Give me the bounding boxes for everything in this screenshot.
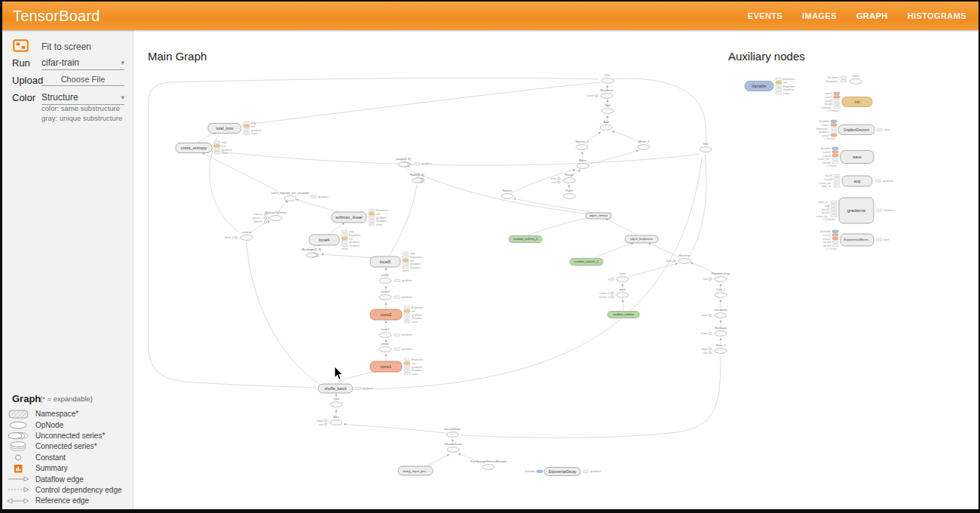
graph-node-Less[interactable]: Lessy [608, 272, 629, 281]
graph-node-Variable[interactable]: Variable [745, 81, 773, 91]
graph-node-Slice_1[interactable]: Slice_1beginsize [701, 343, 727, 355]
graph-node-GradientDescent[interactable]: GradientDescent [838, 125, 874, 135]
graph-node-Range[interactable]: Rangedeltastart [550, 173, 575, 184]
annotation-chip [834, 96, 840, 98]
graph-node-Slice[interactable]: Slicebeginsize [317, 415, 342, 426]
color-select[interactable]: Structure [41, 92, 124, 105]
annotation-label: Variable [820, 147, 831, 150]
tab-histograms[interactable]: HISTOGRAMS [908, 11, 966, 20]
graph-node-total_loss[interactable]: total_loss [208, 124, 241, 134]
annotation-label: init [410, 260, 415, 263]
opnode-icon [2, 421, 35, 429]
graph-node-Mean_1[interactable]: Mean_1 [638, 140, 650, 149]
fit-to-screen-icon[interactable] [13, 39, 29, 55]
graph-node-gradients[interactable]: gradients [839, 198, 874, 223]
graph-node-Add[interactable]: Add [600, 120, 612, 130]
graph-node-Reshape[1-3][interactable]: Reshape[1-3] [302, 247, 320, 257]
svg-text:total_loss: total_loss [216, 126, 233, 131]
graph-node-SparseToDense[interactable]: SparseToDenseindices_sparse_vdefault_ [253, 210, 287, 223]
svg-text:Cast: Cast [333, 397, 340, 401]
graph-node-ReaderRead[interactable]: ReaderRead [445, 442, 462, 452]
graph-node-cross_entropy[interactable]: cross_entropy [176, 143, 212, 153]
graph-node-random_uniform_2[interactable]: random_uniform_2 [509, 236, 542, 243]
annotation-chip [834, 103, 840, 105]
const-node-perm[interactable] [709, 314, 711, 316]
graph-node-init[interactable]: init [842, 97, 872, 107]
const-node-delta[interactable] [557, 177, 559, 180]
tab-events[interactable]: EVENTS [748, 11, 782, 20]
const-node-start[interactable] [557, 181, 559, 183]
graph-node-pool1[interactable]: pool1 [379, 342, 391, 352]
graph-node-FixedLengthRecordReader[interactable]: FixedLengthRecordReader [470, 459, 507, 469]
graph-node-transpose[interactable]: transposeperm [702, 308, 728, 318]
annotation-label: Gradien.. [783, 88, 795, 91]
svg-text:DecodeRaw: DecodeRaw [444, 427, 461, 431]
graph-node-local4[interactable]: local4 [309, 235, 339, 245]
graph-node-RandomCrop[interactable]: RandomCropsize [703, 272, 730, 281]
const-node-values_2[interactable] [611, 296, 613, 298]
graph-node-ExponentialMovin...[interactable]: ExponentialMovin... [841, 234, 874, 246]
graph-node-random_uniform[interactable]: random_uniform [608, 312, 639, 318]
legend-note: (* = expandable) [40, 395, 93, 403]
choose-file-button[interactable]: Choose File [41, 75, 124, 86]
graph-node-Cast_1[interactable]: Cast_1 [715, 287, 727, 297]
const-node-Const[interactable] [595, 94, 597, 97]
const-node-sparse_v[interactable] [264, 217, 266, 219]
annotation-label: local3 [825, 100, 832, 103]
graph-node-save[interactable]: save [841, 151, 874, 164]
tab-graph[interactable]: GRAPH [856, 11, 888, 20]
graph-node-Div[interactable]: Div [602, 73, 614, 83]
run-select[interactable]: cifar-train [41, 57, 124, 70]
graph-node-Sqrt[interactable]: Sqrt [602, 103, 614, 113]
graph-node-DecodeRaw[interactable]: DecodeRaw [444, 427, 461, 437]
graph-node-conv2[interactable]: conv2 [370, 309, 402, 320]
const-node-shape[interactable] [709, 332, 711, 334]
legend-label: Constant [35, 453, 66, 462]
graph-node-Square[interactable]: Square [501, 189, 513, 198]
graph-node-avg[interactable]: avg [842, 176, 872, 186]
graph-node-train[interactable]: train [850, 74, 862, 84]
graph-node-string_input_pro...[interactable]: string_input_pro... [398, 466, 433, 475]
graph-node-adjust_brightness[interactable]: adjust_brightness [625, 235, 658, 243]
graph-node-norm1[interactable]: norm1 [379, 327, 391, 337]
graph-node-adjust_contrast[interactable]: adjust_contrast [586, 213, 611, 219]
graph-node-pack[interactable]: packvalues_1values_2 [599, 287, 629, 299]
upload-label: Upload [12, 75, 43, 86]
graph-node-Sub[interactable]: Sub [700, 142, 712, 152]
graph-edge [321, 254, 376, 258]
const-node-size[interactable] [709, 352, 711, 354]
graph-canvas[interactable]: avginitgradientsaveavginitgradientsaveEx… [133, 29, 978, 509]
fit-to-screen-button[interactable]: Fit to screen [2, 39, 133, 54]
tab-images[interactable]: IMAGES [802, 11, 837, 20]
const-node-begin[interactable] [709, 348, 711, 350]
const-node-size[interactable] [709, 278, 711, 280]
graph-node-Reshape[interactable]: Reshapeshape [700, 326, 727, 336]
const-node-values_1[interactable] [611, 292, 613, 294]
const-node-default_[interactable] [264, 220, 266, 223]
const-node-dims[interactable] [672, 260, 675, 262]
graph-node-Rank[1-2][interactable]: Rank[1-2] [410, 173, 424, 183]
graph-node-ExponentialDecay[interactable]: ExponentialDecay [544, 468, 580, 476]
annotation-chip [832, 161, 838, 164]
graph-node-cross_entropy_per_example[interactable]: cross_entropy_per_example [271, 191, 310, 201]
graph-node-Rank[interactable]: Rank [563, 189, 575, 198]
graph-node-Cast[interactable]: Cast [330, 397, 342, 407]
graph-node-conv1[interactable]: conv1 [370, 361, 402, 372]
graph-node-shuffle_batch[interactable]: shuffle_batch [318, 384, 353, 393]
const-node-y[interactable] [611, 278, 613, 280]
graph-node-Reverse[interactable]: Reversedims [666, 253, 691, 263]
graph-node-softmax_linear[interactable]: softmax_linear [332, 212, 366, 223]
graph-node-range[1-3][interactable]: range[1-3] [396, 157, 411, 167]
graph-node-norm2[interactable]: norm2 [379, 290, 391, 300]
graph-node-pool2[interactable]: pool2 [379, 273, 391, 283]
graph-node-Maximum[interactable]: MaximumConst [587, 88, 614, 98]
app-title: TensorBoard [2, 8, 100, 25]
const-node-Rank_2[interactable] [234, 236, 237, 238]
graph-node-local3[interactable]: local3 [370, 256, 400, 267]
graph-node-random_uniform_1[interactable]: random_uniform_1 [570, 259, 603, 266]
svg-text:conv1: conv1 [381, 364, 392, 369]
graph-node-Square_1[interactable]: Square_1 [575, 140, 589, 149]
const-node-size[interactable] [324, 423, 326, 425]
const-node-begin[interactable] [324, 419, 326, 422]
const-node-indices_[interactable] [264, 213, 266, 215]
